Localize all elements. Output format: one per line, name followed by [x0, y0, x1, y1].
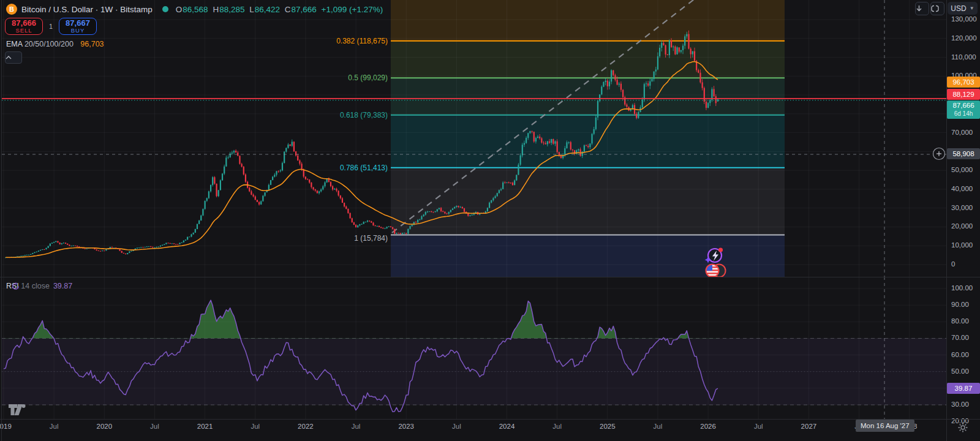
- time-axis-label: Jul: [150, 423, 159, 430]
- price-axis-label: 0: [951, 260, 955, 268]
- ema-name: EMA: [6, 40, 22, 48]
- ema-price-badge: 96,703: [947, 77, 980, 88]
- ema-value: 96,703: [80, 40, 104, 48]
- sell-price: 87,666: [12, 19, 36, 28]
- chevron-down-icon: ▼: [970, 6, 974, 11]
- pane-separator[interactable]: [0, 277, 980, 277]
- high-label: H: [213, 5, 219, 14]
- ohlc-values: O86,568 H88,285 L86,422 C87,666 +1,099 (…: [176, 5, 385, 14]
- time-axis-label: Jul: [251, 423, 260, 430]
- price-axis-label: 10,000: [951, 241, 973, 249]
- price-axis-label: 40,000: [951, 185, 973, 192]
- rsi-axis-label: 70.00: [951, 334, 969, 341]
- gear-icon[interactable]: [957, 422, 968, 433]
- rsi-legend[interactable]: RSI 14 close 39.87: [6, 282, 72, 290]
- symbol-legend[interactable]: B Bitcoin / U.S. Dollar · 1W · Bitstamp …: [6, 4, 385, 15]
- open-value: 86,568: [183, 5, 208, 14]
- fib-level-label[interactable]: 0.5 (99,029): [308, 74, 388, 82]
- time-axis-label: 2022: [298, 423, 314, 430]
- price-axis-label: 20,000: [951, 222, 973, 230]
- tradingview-chart-window: B Bitcoin / U.S. Dollar · 1W · Bitstamp …: [0, 0, 980, 441]
- ema-params: 20/50/100/200: [24, 40, 74, 48]
- price-axis-label: 130,000: [951, 15, 977, 23]
- sell-label: SELL: [15, 28, 32, 34]
- rsi-refresh-icon[interactable]: [11, 282, 20, 291]
- time-axis-label: Jul: [50, 423, 59, 430]
- price-axis-label: 120,000: [951, 34, 977, 42]
- rsi-axis-label: 60.00: [951, 351, 969, 358]
- rsi-axis-label: 90.00: [951, 301, 969, 308]
- sell-button[interactable]: 87,666 SELL: [5, 18, 43, 35]
- rsi-pane[interactable]: [0, 277, 980, 419]
- time-axis-label: Jul: [654, 423, 663, 430]
- time-axis[interactable]: 2019Jul2020Jul2021Jul2022Jul2023Jul2024J…: [0, 419, 946, 441]
- last-price-badge: 87,666 6d 14h: [947, 100, 980, 119]
- crosshair-plus-icon[interactable]: [932, 146, 948, 162]
- low-value: 86,422: [255, 5, 280, 14]
- left-pane-border: [1, 0, 2, 441]
- buy-label: BUY: [71, 28, 85, 34]
- download-icon: [916, 5, 922, 12]
- time-axis-border: [0, 419, 980, 420]
- symbol-title[interactable]: Bitcoin / U.S. Dollar · 1W · Bitstamp: [21, 5, 153, 14]
- rsi-axis-label: 30.00: [951, 401, 969, 408]
- rsi-axis-label: 100.00: [951, 284, 973, 292]
- trade-buttons: 87,666 SELL 1 87,667 BUY: [5, 18, 97, 35]
- change-value: +1,099 (+1.27%): [322, 5, 383, 14]
- price-axis-label: 70,000: [951, 129, 973, 136]
- rsi-axis-label: 80.00: [951, 317, 969, 325]
- bar-countdown: 6d 14h: [947, 110, 980, 118]
- fib-level-label[interactable]: 0.618 (79,383): [308, 111, 388, 119]
- fib-level-label[interactable]: 0.786 (51,413): [308, 164, 388, 172]
- price-axis-label: 110,000: [951, 53, 976, 61]
- time-axis-label: 2025: [600, 423, 616, 430]
- time-axis-label: Jul: [754, 423, 763, 430]
- rsi-value: 39.87: [53, 282, 72, 290]
- currency-dropdown[interactable]: USD ▼: [948, 2, 978, 15]
- spread-value: 1: [43, 23, 59, 30]
- close-value: 87,666: [292, 5, 317, 14]
- crosshair-price-badge: 58,908: [947, 148, 980, 159]
- market-status-dot[interactable]: [162, 6, 168, 12]
- rsi-value-badge: 39.87: [947, 383, 980, 394]
- rsi-axis-label: 50.00: [951, 368, 969, 375]
- time-axis-label: 2026: [700, 423, 716, 430]
- close-label: C: [285, 5, 291, 14]
- crosshair-time-badge: Mon 16 Aug '27: [856, 420, 914, 432]
- open-label: O: [176, 5, 183, 14]
- buy-button[interactable]: 87,667 BUY: [59, 18, 97, 35]
- currency-value: USD: [951, 4, 966, 13]
- time-axis-label: 2027: [801, 423, 817, 430]
- time-axis-label: 2024: [499, 423, 515, 430]
- bitcoin-icon: B: [6, 4, 17, 15]
- high-value: 88,285: [219, 5, 244, 14]
- price-axis-border: [946, 0, 947, 441]
- last-price-value: 87,666: [947, 102, 980, 110]
- collapse-legend-button[interactable]: [5, 51, 22, 64]
- time-axis-label: Jul: [452, 423, 461, 430]
- ema-legend[interactable]: EMA 20/50/100/200 96,703: [6, 40, 104, 48]
- price-pane[interactable]: [0, 0, 980, 277]
- tradingview-logo[interactable]: [9, 404, 31, 418]
- buy-price: 87,667: [66, 19, 90, 28]
- rsi-params: 14 close: [21, 282, 50, 290]
- price-axis-label: 50,000: [951, 166, 973, 173]
- restore-icon: [931, 5, 939, 12]
- low-label: L: [249, 5, 254, 14]
- download-button[interactable]: [915, 2, 929, 15]
- time-axis-label: 2023: [398, 423, 414, 430]
- time-axis-label: 2021: [197, 423, 213, 430]
- hline-price-badge: 88,129: [947, 89, 980, 100]
- time-axis-label: 2020: [97, 423, 113, 430]
- fib-level-label[interactable]: 0.382 (118,675): [308, 37, 388, 45]
- chevron-up-icon: [6, 56, 12, 59]
- price-axis-label: 30,000: [951, 204, 973, 211]
- time-axis-label: Jul: [552, 423, 562, 430]
- time-axis-label: Jul: [352, 423, 361, 430]
- fib-level-label[interactable]: 1 (15,784): [308, 234, 388, 243]
- restore-pane-button[interactable]: [930, 2, 944, 15]
